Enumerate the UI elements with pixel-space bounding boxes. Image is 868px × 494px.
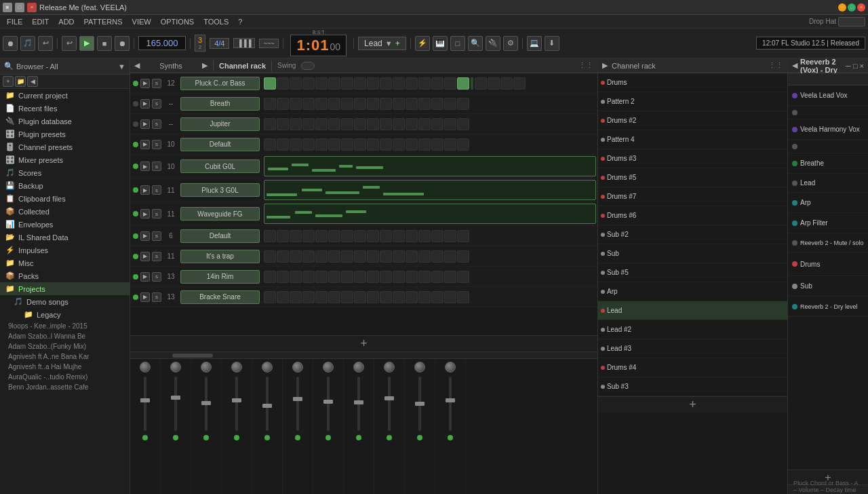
step-0-7[interactable] xyxy=(354,77,366,90)
step-7-0[interactable] xyxy=(264,230,276,242)
step-7-3[interactable] xyxy=(302,230,315,242)
plugin-btn[interactable]: 🔌 xyxy=(486,36,500,51)
step-3-3[interactable] xyxy=(302,138,315,151)
step-10-9[interactable] xyxy=(380,291,392,303)
mixer-ch-lead[interactable]: Lead xyxy=(598,301,787,320)
sidebar-item-demo-songs[interactable]: 🎵 Demo songs xyxy=(0,295,130,308)
step-7-9[interactable] xyxy=(380,230,392,242)
step-0-18[interactable] xyxy=(500,77,513,90)
track-led-10[interactable] xyxy=(133,294,138,300)
fader-track-7[interactable] xyxy=(357,377,360,431)
sidebar-item-mixer-presets[interactable]: 🎛️ Mixer presets xyxy=(0,153,130,166)
sidebar-item-legacy[interactable]: 📁 Legacy xyxy=(0,308,130,321)
step-3-6[interactable] xyxy=(341,138,353,151)
step-8-0[interactable] xyxy=(264,250,276,263)
track-mute-3[interactable]: ▶ xyxy=(140,140,150,149)
step-9-2[interactable] xyxy=(290,271,302,283)
step-0-9[interactable] xyxy=(380,77,392,90)
step-1-13[interactable] xyxy=(431,98,443,110)
track-pattern-10[interactable] xyxy=(262,287,597,307)
step-2-13[interactable] xyxy=(431,118,443,130)
step-7-11[interactable] xyxy=(406,230,418,242)
fader-track-3[interactable] xyxy=(235,377,238,431)
track-name-6[interactable]: Waveguide FG xyxy=(180,207,260,221)
vol-knob-4[interactable] xyxy=(262,362,273,373)
step-2-8[interactable] xyxy=(367,118,379,130)
step-3-11[interactable] xyxy=(406,138,418,151)
step-10-4[interactable] xyxy=(315,291,328,303)
step-0-3[interactable] xyxy=(302,77,315,90)
track-pattern-9[interactable] xyxy=(262,267,597,286)
cr-options[interactable]: ⋮⋮ xyxy=(578,61,593,70)
track-pattern-4[interactable] xyxy=(262,155,597,178)
step-7-5[interactable] xyxy=(328,230,340,242)
track-name-10[interactable]: Bracke Snare xyxy=(180,290,260,304)
step-7-4[interactable] xyxy=(315,230,328,242)
step-10-13[interactable] xyxy=(431,291,443,303)
track-mute-10[interactable]: ▶ xyxy=(140,292,150,302)
sidebar-file-5[interactable]: AuraQualic -..tudio Remix) xyxy=(0,372,130,382)
step-10-0[interactable] xyxy=(264,291,276,303)
sidebar-file-3[interactable]: Agnivesh ft A..ne Bana Kar xyxy=(0,352,130,362)
track-solo-8[interactable]: s xyxy=(152,252,161,261)
add-channel-btn[interactable]: + xyxy=(130,335,597,352)
sidebar-file-6[interactable]: Benn Jordan..assette Cafe xyxy=(0,382,130,392)
sidebar-item-current-project[interactable]: 📁 Current project xyxy=(0,89,130,102)
track-led-8[interactable] xyxy=(133,254,138,259)
track-pattern-8[interactable] xyxy=(262,246,597,266)
vol-knob-1[interactable] xyxy=(170,362,181,373)
tempo-display[interactable]: 165.000 xyxy=(138,36,186,50)
step-8-14[interactable] xyxy=(444,250,456,263)
sidebar-add[interactable]: + xyxy=(3,76,14,87)
step-8-8[interactable] xyxy=(367,250,379,263)
step-7-12[interactable] xyxy=(418,230,431,242)
step-2-1[interactable] xyxy=(277,118,289,130)
step-9-10[interactable] xyxy=(393,271,405,283)
menu-options[interactable]: OPTIONS xyxy=(157,16,199,27)
track-solo-10[interactable]: s xyxy=(152,292,161,302)
step-0-10[interactable] xyxy=(393,77,405,90)
menu-add[interactable]: ADD xyxy=(54,16,78,27)
step-9-3[interactable] xyxy=(302,271,315,283)
mixer-ch-lead2[interactable]: Lead #2 xyxy=(598,320,787,339)
step-2-4[interactable] xyxy=(315,118,328,130)
vol-knob-2[interactable] xyxy=(201,362,212,373)
mixer-ch-drums6[interactable]: Drums #6 xyxy=(598,206,787,225)
sidebar-item-envelopes[interactable]: 📊 Envelopes xyxy=(0,218,130,231)
sidebar-file-4[interactable]: Agnivesh ft..a Hai Mujhe xyxy=(0,362,130,372)
mixer-ch-pattern4[interactable]: Pattern 4 xyxy=(598,130,787,149)
step-2-6[interactable] xyxy=(341,118,353,130)
step-10-1[interactable] xyxy=(277,291,289,303)
step-9-5[interactable] xyxy=(328,271,340,283)
step-9-12[interactable] xyxy=(418,271,431,283)
step-1-9[interactable] xyxy=(380,98,392,110)
step-0-19[interactable] xyxy=(513,77,526,90)
track-pattern-5[interactable] xyxy=(262,178,597,202)
mixer-ch-drums4[interactable]: Drums #4 xyxy=(598,358,787,377)
fader-track-1[interactable] xyxy=(174,377,177,431)
vol-knob-7[interactable] xyxy=(353,362,364,373)
step-9-15[interactable] xyxy=(457,271,469,283)
mixer-ch-sub2[interactable]: Sub #2 xyxy=(598,225,787,244)
step-7-6[interactable] xyxy=(341,230,353,242)
fader-track-10[interactable] xyxy=(449,377,452,431)
sidebar-item-backup[interactable]: 💾 Backup xyxy=(0,179,130,192)
play-btn[interactable]: ▶ xyxy=(79,36,94,51)
track-solo-4[interactable]: s xyxy=(152,162,161,171)
step-9-1[interactable] xyxy=(277,271,289,283)
step-8-4[interactable] xyxy=(315,250,328,263)
step-2-3[interactable] xyxy=(302,118,315,130)
loop-btn[interactable]: ↩ xyxy=(38,36,53,51)
channel-rack-nav-next[interactable]: ▶ xyxy=(202,61,208,70)
sidebar-item-shared-data[interactable]: 📂 IL Shared Data xyxy=(0,231,130,244)
vol-knob-10[interactable] xyxy=(445,362,456,373)
track-mute-9[interactable]: ▶ xyxy=(140,272,150,282)
mixer-ch-lead3[interactable]: Lead #3 xyxy=(598,339,787,358)
mixer-ch-drums[interactable]: Drums xyxy=(598,73,787,92)
step-3-4[interactable] xyxy=(315,138,328,151)
mixer-ch-arp[interactable]: Arp xyxy=(598,282,787,301)
track-name-4[interactable]: Cubit G0L xyxy=(180,159,260,173)
fader-track-4[interactable] xyxy=(266,377,269,431)
step-1-14[interactable] xyxy=(444,98,456,110)
mixer-btn[interactable]: ⚡ xyxy=(415,36,430,51)
